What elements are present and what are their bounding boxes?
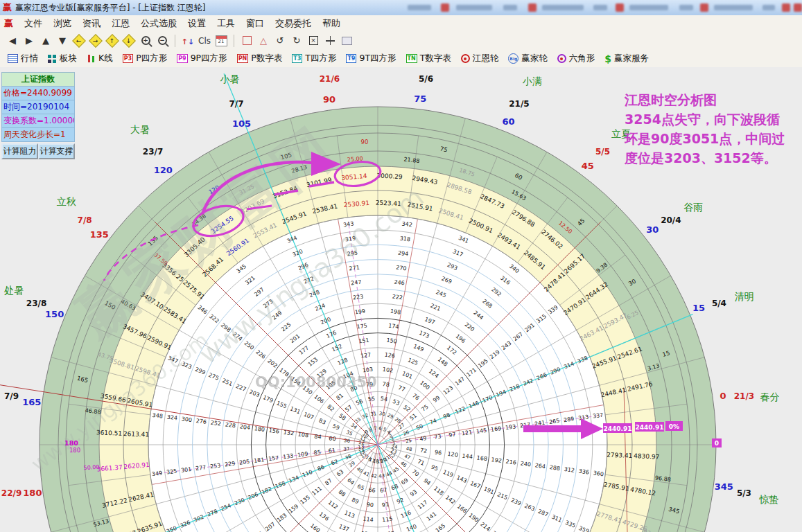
service-dollar-icon: $ [604,53,611,64]
triangle-icon[interactable]: △ [255,33,272,48]
svg-text:30: 30 [378,411,385,417]
module-button-板块[interactable]: 板块 [48,53,77,64]
svg-text:49: 49 [419,435,427,442]
module-button-江恩轮[interactable]: 江恩轮 [461,53,499,64]
box-x-icon[interactable]: × [305,33,322,48]
svg-text:2613.41: 2613.41 [123,430,150,438]
svg-text:97: 97 [448,432,456,438]
tri-down-icon[interactable]: ▼ [54,33,71,48]
rotate-ccw-icon[interactable]: ↺ [272,33,288,48]
menu-item-工具[interactable]: 工具 [211,17,241,30]
svg-text:43: 43 [378,473,385,479]
svg-text:5/5: 5/5 [595,147,610,157]
button-计算支撑[interactable]: 计算支撑 [38,143,75,159]
calendar-icon[interactable]: 21 [213,33,229,48]
square-icon[interactable] [238,33,255,48]
blurred-item [794,3,802,12]
menu-logo-icon: 赢 [4,17,13,30]
module-button-赢家轮[interactable]: Big赢家轮 [508,53,548,64]
menu-item-公式选股[interactable]: 公式选股 [135,17,182,30]
module-button-T数字表[interactable]: TNT数字表 [406,53,451,64]
svg-text:QQ:100800350: QQ:100800350 [255,374,377,391]
gann-app-window: { "window": { "title": "赢家江恩专业版[赢家服务平台] … [0,0,802,532]
button-计算阻力[interactable]: 计算阻力 [1,143,38,159]
blurred-item [593,5,607,10]
menu-item-设置[interactable]: 设置 [182,17,211,30]
module-button-9T四方形[interactable]: T99T四方形 [346,53,396,64]
back-icon[interactable]: ◀ [4,33,21,48]
svg-text:小暑: 小暑 [220,73,239,85]
main-toolbar: ◀▶▲▼←→↑↓+−↑↓Cls21△↺↻× [0,31,802,51]
updown-icon[interactable]: ↑↓ [180,33,196,48]
menu-item-江恩[interactable]: 江恩 [106,17,135,30]
svg-text:谷雨: 谷雨 [683,202,703,213]
panel-field: 变换系数=1.00000 [1,114,75,128]
module-button-P数字表[interactable]: PNP数字表 [237,53,283,64]
svg-text:25: 25 [406,438,412,444]
svg-text:180: 180 [64,439,78,447]
tri-up-icon[interactable]: ▲ [37,33,54,48]
svg-text:处暑: 处暑 [3,285,24,296]
rotate-cw-icon[interactable]: ↻ [288,33,305,48]
svg-text:150: 150 [45,309,64,319]
menu-item-文件[interactable]: 文件 [19,17,48,30]
quote-panel: 上证指数 价格=2440.9099时间=20190104变换系数=1.00000… [1,72,75,159]
menu-item-交易委托[interactable]: 交易委托 [270,17,317,30]
kline-icon [87,54,96,63]
svg-text:5/6: 5/6 [419,74,433,84]
svg-text:36: 36 [344,438,351,444]
board-icon[interactable] [338,33,355,48]
svg-text:42: 42 [370,473,377,479]
menu-item-窗口[interactable]: 窗口 [241,17,270,30]
blurred-item [679,5,693,10]
titlebar[interactable]: 赢 赢家江恩专业版[赢家服务平台] - [上证指数 江恩轮] [0,0,802,16]
svg-text:120: 120 [154,165,173,175]
svg-text:60: 60 [329,435,336,442]
menu-bar: 赢 文件浏览资讯江恩公式选股设置工具窗口交易委托帮助 [0,15,802,32]
diamond-down-icon[interactable]: ↓ [121,33,137,48]
zoom-out-icon[interactable]: − [154,33,171,48]
module-button-T四方形[interactable]: T3T四方形 [292,53,336,64]
module-button-行情[interactable]: 行情 [8,53,38,64]
T3-badge-icon: T3 [292,54,302,63]
svg-text:60: 60 [502,116,514,127]
svg-text:21/5: 21/5 [509,99,529,109]
module-button-六角形[interactable]: 六角形 [557,53,595,64]
diamond-right-icon[interactable]: → [87,33,104,48]
module-button-P四方形[interactable]: P3P四方形 [123,53,167,64]
diamond-left-icon[interactable]: ← [71,33,87,48]
svg-text:5/4: 5/4 [712,299,726,308]
gann-wheel-icon [461,54,470,63]
blurred-item [542,5,584,10]
diamond-up-icon[interactable]: ↑ [104,33,121,48]
svg-text:春分: 春分 [760,391,780,402]
svg-text:45: 45 [582,161,594,171]
crosshair-icon[interactable] [322,33,338,48]
svg-text:20/4: 20/4 [661,215,681,225]
module-button-9P四方形[interactable]: P99P四方形 [177,53,227,64]
svg-text:21/6: 21/6 [320,74,340,84]
module-button-赢家服务[interactable]: $赢家服务 [604,53,649,64]
svg-text:2440.91: 2440.91 [636,424,664,431]
forward-icon[interactable]: ▶ [21,33,37,48]
zoom-in-icon[interactable]: + [137,33,154,48]
svg-text:66: 66 [368,487,376,494]
svg-text:37: 37 [343,446,350,452]
module-button-K线[interactable]: K线 [87,53,113,64]
cls-icon[interactable]: Cls [196,33,213,48]
chart-area[interactable]: 1234567891011121314151617181920212223242… [0,67,802,532]
app-logo-icon: 赢 [3,1,12,14]
svg-text:180: 180 [23,488,42,498]
menu-item-资讯[interactable]: 资讯 [77,17,106,30]
svg-text:73: 73 [434,433,442,440]
svg-text:2440.91: 2440.91 [604,425,632,432]
svg-text:84: 84 [314,433,322,440]
menu-item-浏览[interactable]: 浏览 [48,17,77,30]
svg-text:55: 55 [367,396,375,402]
panel-field: 周天变化步长=1 [1,128,75,142]
blurred-item [629,5,668,10]
blurred-item [616,3,624,12]
menu-item-帮助[interactable]: 帮助 [317,17,346,30]
blocks-icon [48,55,51,58]
svg-text:90: 90 [366,502,374,508]
